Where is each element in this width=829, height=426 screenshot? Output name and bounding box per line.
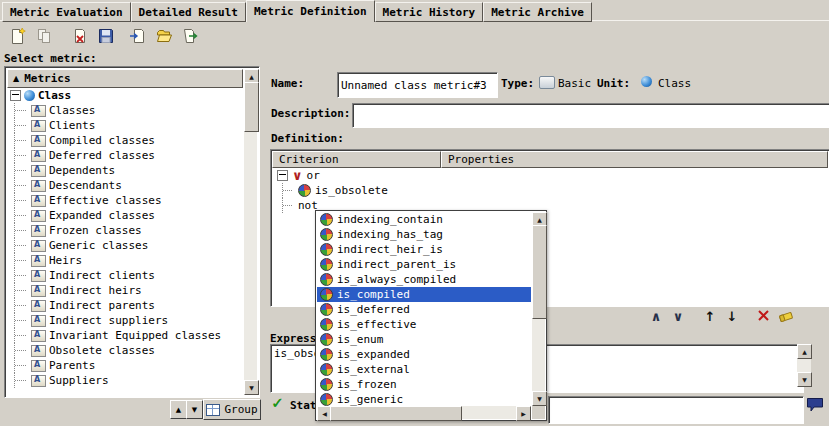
dropdown-vertical-scrollbar[interactable]: ▲ ▼ — [532, 212, 545, 406]
new-metric-button[interactable] — [6, 24, 30, 48]
metric-icon — [31, 315, 46, 327]
or-operator-button[interactable]: ∨ — [668, 307, 688, 325]
tree-item[interactable]: Generic classes — [7, 238, 243, 253]
criterion-icon — [320, 213, 333, 226]
name-input[interactable] — [337, 72, 498, 98]
status-text-field[interactable] — [548, 396, 804, 424]
erase-criteria-button[interactable] — [776, 307, 796, 325]
tree-item[interactable]: Heirs — [7, 253, 243, 268]
criterion-row-is-obsolete[interactable]: is_obsolete — [272, 183, 828, 198]
dropdown-item[interactable]: indexing_contain — [317, 212, 531, 227]
tree-item[interactable]: Effective classes — [7, 193, 243, 208]
scrollbar-thumb[interactable] — [330, 406, 462, 421]
tree-item[interactable]: Obsolete classes — [7, 343, 243, 358]
tree-item[interactable]: Parents — [7, 358, 243, 373]
dropdown-item[interactable]: indirect_parent_is — [317, 257, 531, 272]
tree-item[interactable]: Indirect clients — [7, 268, 243, 283]
column-header-properties[interactable]: Properties — [441, 151, 828, 168]
criterion-icon — [320, 333, 333, 346]
dropdown-item-label: is_enum — [337, 333, 383, 346]
tree-item[interactable]: Dependents — [7, 163, 243, 178]
copy-metric-button[interactable] — [32, 24, 56, 48]
tree-item[interactable]: Deferred classes — [7, 148, 243, 163]
tree-item[interactable]: Clients — [7, 118, 243, 133]
tree-item[interactable]: Expanded classes — [7, 208, 243, 223]
collapse-icon[interactable] — [277, 170, 288, 181]
dropdown-item[interactable]: indexing_has_tag — [317, 227, 531, 242]
metrics-header-label: Metrics — [24, 72, 70, 85]
dropdown-item[interactable]: indirect_heir_is — [317, 242, 531, 257]
import-metrics-button[interactable] — [126, 24, 150, 48]
save-metric-icon — [97, 27, 115, 45]
tree-item[interactable]: Indirect suppliers — [7, 313, 243, 328]
collapse-icon[interactable] — [10, 90, 21, 101]
tab[interactable]: Metric Evaluation — [2, 2, 131, 22]
scroll-down-icon[interactable]: ▼ — [532, 391, 547, 406]
tree-item[interactable]: Suppliers — [7, 373, 243, 388]
export-metrics-button[interactable] — [178, 24, 202, 48]
dropdown-item[interactable]: is_external — [317, 362, 531, 377]
tab[interactable]: Metric Definition — [246, 0, 375, 22]
dropdown-item[interactable]: is_compiled — [317, 287, 531, 302]
scroll-right-icon[interactable]: ▶ — [516, 406, 531, 421]
metric-icon — [31, 120, 46, 132]
tree-item-label: Indirect heirs — [49, 284, 142, 297]
tree-item[interactable]: Frozen classes — [7, 223, 243, 238]
tree-item-class-root[interactable]: Class — [7, 88, 243, 103]
criterion-dropdown-list: indexing_contain indexing_has_tag indire… — [317, 212, 531, 406]
delete-criterion-icon — [756, 309, 772, 323]
tab-label: Metric Archive — [491, 6, 584, 19]
tree-scrollbar[interactable]: ▲ ▼ — [244, 69, 257, 395]
scroll-up-icon[interactable]: ▲ — [797, 344, 812, 359]
tree-connector — [10, 148, 28, 163]
comment-bubble-button[interactable] — [806, 397, 824, 416]
dropdown-item[interactable]: is_deferred — [317, 302, 531, 317]
tree-item[interactable]: Indirect parents — [7, 298, 243, 313]
move-metric-up-button[interactable]: ▲ — [170, 400, 187, 419]
criterion-icon — [320, 258, 333, 271]
description-input[interactable] — [352, 103, 829, 128]
tree-item[interactable]: Descendants — [7, 178, 243, 193]
tab[interactable]: Detailed Result — [131, 2, 246, 22]
open-folder-icon — [155, 27, 173, 45]
metric-icon — [31, 255, 46, 267]
delete-metric-icon — [71, 27, 89, 45]
move-metric-down-button[interactable]: ▼ — [186, 400, 203, 419]
dropdown-item[interactable]: is_effective — [317, 317, 531, 332]
expression-scrollbar[interactable]: ▲ ▼ — [797, 344, 811, 387]
tree-connector — [10, 373, 28, 388]
dropdown-item[interactable]: is_enum — [317, 332, 531, 347]
tree-item[interactable]: Classes — [7, 103, 243, 118]
delete-criterion-button[interactable] — [754, 307, 774, 325]
tab[interactable]: Metric History — [375, 2, 484, 22]
dropdown-item[interactable]: is_frozen — [317, 377, 531, 392]
tree-item-label: Classes — [49, 104, 95, 117]
delete-metric-button[interactable] — [68, 24, 92, 48]
criterion-row-or[interactable]: ∨ or — [272, 168, 828, 183]
dropdown-item[interactable]: is_expanded — [317, 347, 531, 362]
tree-item[interactable]: Indirect heirs — [7, 283, 243, 298]
tree-item[interactable]: Invariant Equipped classes — [7, 328, 243, 343]
group-button[interactable]: Group — [203, 399, 261, 420]
and-operator-button[interactable]: ∧ — [646, 307, 666, 325]
dropdown-horizontal-scrollbar[interactable]: ◀ ▶ — [317, 406, 531, 419]
open-metric-file-button[interactable] — [152, 24, 176, 48]
tree-item-label: Dependents — [49, 164, 115, 177]
dropdown-item[interactable]: is_always_compiled — [317, 272, 531, 287]
scrollbar-thumb[interactable] — [244, 82, 259, 132]
dropdown-item[interactable]: is_generic — [317, 392, 531, 406]
definition-label: Definition: — [271, 132, 344, 145]
move-down-button[interactable]: ↓ — [722, 307, 742, 325]
metrics-column-header[interactable]: ▲ Metrics — [7, 69, 243, 88]
scrollbar-thumb[interactable] — [532, 225, 547, 319]
tree-connector — [10, 283, 28, 298]
scroll-down-icon[interactable]: ▼ — [797, 372, 812, 387]
tree-connector — [10, 253, 28, 268]
column-header-criterion[interactable]: Criterion — [272, 151, 441, 168]
tree-connector — [10, 223, 28, 238]
save-metric-button[interactable] — [94, 24, 118, 48]
tab[interactable]: Metric Archive — [483, 2, 592, 22]
tree-item[interactable]: Compiled classes — [7, 133, 243, 148]
scroll-down-icon[interactable]: ▼ — [244, 380, 259, 395]
move-up-button[interactable]: ↑ — [700, 307, 720, 325]
